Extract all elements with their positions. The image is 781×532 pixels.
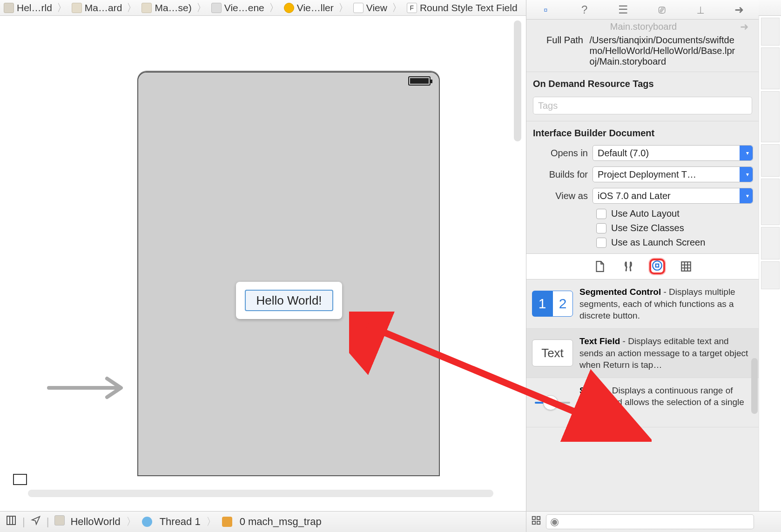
checkbox-autolayout[interactable]: Use Auto Layout <box>526 206 759 221</box>
object-library-tab[interactable] <box>649 259 665 274</box>
svg-rect-9 <box>537 521 540 524</box>
debug-crumb-project[interactable]: HelloWorld <box>70 516 120 528</box>
attributes-inspector-tab[interactable]: ⎚ <box>655 3 669 16</box>
checkbox-sizeclasses[interactable]: Use Size Classes <box>526 221 759 235</box>
textfield[interactable]: Hello World! <box>245 290 333 311</box>
crumb-viewcontroller[interactable]: Vie…ller <box>282 2 336 13</box>
status-bar <box>138 73 439 87</box>
search-icon: ◉ <box>550 516 559 528</box>
builds-for-label: Builds for <box>532 169 592 180</box>
opens-in-dropdown[interactable]: Default (7.0)▾ <box>592 145 753 161</box>
storyboard-icon <box>141 3 152 13</box>
opens-in-label: Opens in <box>532 148 592 159</box>
textfield-icon: F <box>407 3 417 13</box>
debug-bar: | | HelloWorld 〉 Thread 1 〉 0 mach_msg_t… <box>0 511 781 532</box>
scene-icon <box>211 3 222 13</box>
app-icon[interactable] <box>54 515 65 528</box>
library-tabbar[interactable] <box>526 253 759 279</box>
minimap-column <box>759 16 781 511</box>
crumb-textfield[interactable]: FRound Style Text Field <box>405 2 519 13</box>
view-mode-toggle[interactable] <box>13 474 27 485</box>
device-canvas[interactable]: Hello World! <box>137 72 440 476</box>
library-item-text-field[interactable]: Text Text Field - Displays editable text… <box>526 329 759 378</box>
chevron-right-icon: 〉 <box>336 1 351 15</box>
textfield-value: Hello World! <box>256 293 322 308</box>
grid-view-icon[interactable] <box>531 515 541 528</box>
checkbox-icon <box>596 238 606 248</box>
interface-builder-canvas[interactable]: Hello World! <box>0 16 526 511</box>
view-as-label: View as <box>532 191 592 201</box>
crumb-base[interactable]: Ma…se) <box>140 2 193 13</box>
minimap-page <box>761 144 780 177</box>
view-icon <box>353 3 364 13</box>
inspector-tabbar[interactable]: ▫ ? ☰ ⎚ ⟂ ➜ <box>526 0 759 20</box>
crumb-scene[interactable]: Vie…ene <box>209 2 266 13</box>
reveal-in-finder-icon[interactable]: ➜ <box>740 21 748 33</box>
scrollbar-vertical[interactable] <box>514 20 521 141</box>
svg-rect-7 <box>537 516 540 519</box>
debug-crumb-frame[interactable]: 0 mach_msg_trap <box>240 516 322 528</box>
svg-rect-2 <box>681 262 691 271</box>
scrollbar-vertical[interactable] <box>751 358 758 414</box>
minimap-page <box>761 179 780 225</box>
checkbox-launchscreen[interactable]: Use as Launch Screen <box>526 235 759 250</box>
chevron-right-icon: 〉 <box>266 1 282 15</box>
minimap-page <box>761 261 780 289</box>
identity-inspector-tab[interactable]: ☰ <box>616 3 630 16</box>
code-snippet-library-tab[interactable] <box>620 259 636 274</box>
view-as-dropdown[interactable]: iOS 7.0 and Later▾ <box>592 188 753 204</box>
file-template-library-tab[interactable] <box>592 259 607 274</box>
gear-icon <box>222 517 232 527</box>
viewcontroller-icon <box>284 3 294 13</box>
chevron-right-icon: 〉 <box>54 1 70 15</box>
thread-icon <box>142 517 152 527</box>
svg-rect-6 <box>532 516 535 519</box>
minimap-page <box>761 227 780 259</box>
media-library-tab[interactable] <box>678 259 694 274</box>
minimap-page <box>761 91 780 142</box>
library-search-input[interactable]: ◉ <box>546 514 754 529</box>
storyboard-icon <box>72 3 82 13</box>
minimap-page <box>761 18 780 46</box>
file-path-section: Main.storyboard Full Path /Users/tianqix… <box>526 20 759 72</box>
filename-dimmed: Main.storyboard <box>536 21 751 35</box>
chevron-right-icon: 〉 <box>389 1 405 15</box>
scrollbar-horizontal[interactable] <box>28 490 493 497</box>
text-field-icon: Text <box>532 339 573 366</box>
file-inspector-tab[interactable]: ▫ <box>539 3 553 16</box>
chevron-right-icon: 〉 <box>124 1 140 15</box>
chevron-right-icon: 〉 <box>194 1 209 15</box>
crumb-storyboard[interactable]: Ma…ard <box>70 2 124 13</box>
fullpath-label: Full Path <box>536 35 587 46</box>
builds-for-dropdown[interactable]: Project Deployment T…▾ <box>592 166 753 182</box>
tags-placeholder: Tags <box>538 100 558 111</box>
entry-point-arrow-icon[interactable] <box>47 374 126 402</box>
size-inspector-tab[interactable]: ⟂ <box>693 3 707 16</box>
debug-layout-icon[interactable] <box>6 515 17 529</box>
object-library-list[interactable]: 1 2 Segmented Control - Displays multipl… <box>526 279 759 511</box>
battery-icon <box>408 76 431 86</box>
svg-point-0 <box>653 261 662 270</box>
connections-inspector-tab[interactable]: ➜ <box>732 3 746 16</box>
section-ondemand-tags: On Demand Resource Tags <box>526 72 759 93</box>
crumb-project[interactable]: Hel…rld <box>2 2 54 13</box>
crumb-view[interactable]: View <box>351 2 389 13</box>
minimap-page <box>761 47 780 89</box>
checkbox-icon <box>596 209 606 219</box>
tags-input[interactable]: Tags <box>533 97 752 114</box>
inspector-panel: ▫ ? ☰ ⎚ ⟂ ➜ Main.storyboard Full Path /U… <box>526 0 759 511</box>
library-item-slider[interactable]: Slider - Displays a continuous range of … <box>526 378 759 427</box>
library-item-segmented-control[interactable]: 1 2 Segmented Control - Displays multipl… <box>526 279 759 329</box>
slider-icon <box>532 389 573 416</box>
svg-rect-5 <box>7 516 15 525</box>
section-ib-document: Interface Builder Document <box>526 121 759 142</box>
textfield-selection[interactable]: Hello World! <box>236 282 342 319</box>
fullpath-value: /Users/tianqixin/Documents/swiftdemo/Hel… <box>590 35 739 67</box>
location-icon[interactable] <box>31 515 41 528</box>
segmented-control-icon: 1 2 <box>532 291 573 317</box>
folder-icon <box>4 3 14 13</box>
debug-crumb-thread[interactable]: Thread 1 <box>160 516 201 528</box>
quick-help-tab[interactable]: ? <box>578 3 592 16</box>
svg-rect-1 <box>655 264 659 267</box>
checkbox-icon <box>596 223 606 233</box>
